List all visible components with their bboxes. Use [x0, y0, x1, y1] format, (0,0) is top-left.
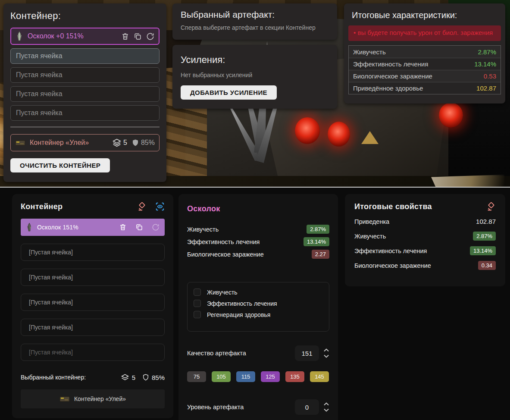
- table-row: Эффективность лечения 13.14%: [349, 58, 501, 70]
- quality-preset-button[interactable]: 125: [261, 371, 280, 382]
- total-properties-title: Итоговые свойства: [354, 202, 486, 211]
- quality-input[interactable]: [295, 345, 319, 361]
- checkbox[interactable]: [194, 311, 201, 318]
- stepper-up-icon[interactable]: [323, 348, 329, 352]
- artifact-crystal-icon: [16, 31, 23, 41]
- total-properties-panel: Итоговые свойства Приведенка 102.87 Живу…: [345, 194, 505, 286]
- stepper-down-icon[interactable]: [323, 354, 329, 358]
- stat-label: Эффективность лечения: [187, 238, 260, 245]
- empty-slot-label: [Пустая ячейка]: [29, 349, 73, 356]
- stat-value: 13.14%: [474, 60, 496, 68]
- empty-slot-label: [Пустая ячейка]: [29, 299, 73, 306]
- total-stat-row: Живучесть 2.87%: [354, 232, 496, 241]
- checkbox-row: Живучесть: [194, 288, 323, 296]
- stepper-up-icon[interactable]: [323, 402, 329, 406]
- delete-artifact-icon[interactable]: [121, 32, 129, 41]
- empty-slot[interactable]: [Пустая ячейка]: [21, 244, 165, 261]
- table-row: Биологическое заражение 0.53: [349, 70, 501, 82]
- artifact-slot-selected[interactable]: Осколок +0 151%: [10, 28, 160, 45]
- protection-value: 85%: [152, 374, 165, 381]
- selected-container-row[interactable]: Контейнер «Улей» 5 85%: [10, 134, 160, 151]
- selected-container-label: Выбранный контейнер:: [21, 374, 121, 381]
- stat-badge: 2.87%: [473, 232, 496, 241]
- refresh-artifact-icon[interactable]: [152, 223, 160, 231]
- quality-preset-button[interactable]: 105: [212, 371, 231, 382]
- empty-slot[interactable]: [Пустая ячейка]: [21, 319, 165, 336]
- artifact-name-title: Осколок: [187, 204, 329, 213]
- shield-icon: [131, 138, 139, 147]
- stat-label: Приведенка: [354, 218, 389, 225]
- stat-badge: 2.87%: [307, 225, 329, 234]
- artifact-stat-row: Биологическое заражение 2.27: [187, 250, 329, 259]
- quality-preset-button[interactable]: 75: [187, 371, 206, 382]
- checkbox-row: Регенерация здоровья: [194, 311, 323, 318]
- stat-value: 0.53: [484, 72, 496, 80]
- quality-label: Качество артефакта: [187, 350, 295, 357]
- refresh-artifact-icon[interactable]: [146, 32, 154, 41]
- selected-artifact-hint: Сперва выберите артефакт в секции Контей…: [181, 24, 329, 31]
- table-row: Живучесть 2.87%: [349, 46, 501, 58]
- stats-table: Живучесть 2.87% Эффективность лечения 13…: [348, 45, 501, 94]
- shield-icon: [142, 373, 149, 381]
- boosts-panel: Усиления: Нет выбранных усилений ДОБАВИТ…: [172, 45, 337, 109]
- level-input[interactable]: [295, 399, 319, 415]
- empty-slot[interactable]: Пустая ячейка: [10, 48, 160, 64]
- container-crate-icon: [59, 395, 70, 402]
- layers-icon: [121, 373, 129, 382]
- bio-damage-warning: • вы будете получать урон от биол. зараж…: [348, 25, 501, 41]
- copy-artifact-icon[interactable]: [134, 32, 142, 41]
- total-characteristics-panel: Итоговые характеристики: • вы будете пол…: [344, 3, 505, 103]
- empty-slot[interactable]: Пустая ячейка: [10, 86, 160, 102]
- quality-preset-button[interactable]: 145: [310, 371, 329, 382]
- stat-badge: 13.14%: [303, 237, 329, 246]
- copy-artifact-icon[interactable]: [135, 223, 143, 231]
- total-characteristics-title: Итоговые характеристики:: [352, 10, 501, 20]
- warning-text: вы будете получать урон от биол. заражен…: [357, 29, 493, 36]
- container-select-button[interactable]: Контейнер «Улей»: [21, 389, 165, 408]
- slots-value: 5: [132, 374, 135, 381]
- empty-slot-label: [Пустая ячейка]: [29, 324, 73, 331]
- quality-preset-button[interactable]: 135: [285, 371, 304, 382]
- empty-slot[interactable]: Пустая ячейка: [10, 105, 160, 121]
- eraser-icon[interactable]: [486, 202, 496, 211]
- checkbox[interactable]: [194, 300, 201, 307]
- slots-value: 5: [123, 139, 127, 147]
- container-panel: Контейнер Осколок 151% [Пустая ячейка] […: [12, 194, 173, 418]
- add-boost-button[interactable]: ДОБАВИТЬ УСИЛЕНИЕ: [181, 85, 277, 100]
- empty-slot[interactable]: [Пустая ячейка]: [21, 294, 165, 311]
- artifact-crystal-icon: [26, 223, 33, 232]
- stat-value: 2.87%: [478, 48, 496, 56]
- empty-slot-label: Пустая ячейка: [16, 71, 63, 79]
- container-slots-count: 5: [112, 138, 127, 147]
- empty-slot-label: [Пустая ячейка]: [29, 274, 73, 281]
- stat-value: 102.87: [476, 85, 496, 92]
- warning-bullet: •: [354, 29, 356, 36]
- container-panel-title: Контейнер:: [10, 10, 160, 22]
- stat-badge: 0.34: [478, 261, 496, 270]
- quality-preset-button[interactable]: 115: [236, 371, 255, 382]
- artifact-slot-label: Осколок 151%: [37, 224, 115, 231]
- stepper-down-icon[interactable]: [323, 408, 329, 412]
- empty-slot-label: Пустая ячейка: [16, 90, 63, 98]
- empty-slot[interactable]: [Пустая ячейка]: [21, 269, 165, 286]
- clear-container-button[interactable]: ОЧИСТИТЬ КОНТЕЙНЕР: [10, 158, 110, 172]
- total-stat-row: Биологическое заражение 0.34: [354, 261, 496, 270]
- stat-label: Эффективность лечения: [353, 60, 428, 68]
- quality-presets: 75 105 115 125 135 145: [187, 371, 329, 382]
- total-stat-row: Эффективность лечения 13.14%: [354, 246, 496, 255]
- container-crate-icon: [15, 139, 25, 146]
- eraser-icon[interactable]: [137, 202, 147, 211]
- stat-label: Биологическое заражение: [353, 72, 432, 80]
- stat-label: Живучесть: [354, 233, 386, 240]
- delete-artifact-icon[interactable]: [119, 223, 127, 231]
- checkbox[interactable]: [194, 288, 201, 296]
- artifact-slot-selected[interactable]: Осколок 151%: [21, 219, 165, 236]
- preview-eye-icon[interactable]: [155, 202, 165, 211]
- empty-slot[interactable]: Пустая ячейка: [10, 67, 160, 83]
- stat-label: Эффективность лечения: [354, 248, 427, 254]
- checkbox-row: Эффективность лечения: [194, 300, 323, 307]
- artifact-slot-label: Осколок +0 151%: [28, 32, 117, 40]
- empty-slot-ghost[interactable]: [Пустая ячейка]: [21, 344, 165, 361]
- level-label: Уровень артефакта: [187, 404, 295, 411]
- layers-icon: [112, 138, 122, 147]
